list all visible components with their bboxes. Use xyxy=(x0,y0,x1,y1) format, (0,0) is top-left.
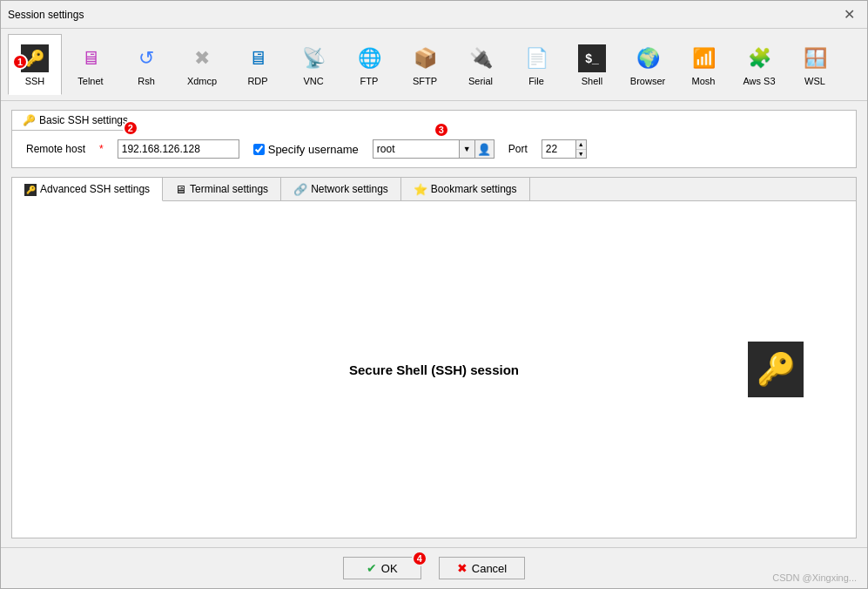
ssh-session-label: Secure Shell (SSH) session xyxy=(349,362,519,377)
user-icon-btn[interactable]: 👤 xyxy=(475,139,495,159)
protocol-btn-sftp[interactable]: 📦SFTP xyxy=(398,34,452,95)
watermark: CSDN @Xingxing... xyxy=(772,572,857,583)
port-spinner: ▲ ▼ xyxy=(576,139,587,159)
port-spin-up[interactable]: ▲ xyxy=(576,140,586,150)
step4-badge: 4 xyxy=(412,551,427,566)
sftp-label: SFTP xyxy=(413,76,437,86)
session-settings-window: Session settings ✕ 🔑SSH1🖥Telnet↺Rsh✖Xdmc… xyxy=(0,0,868,589)
ftp-label: FTP xyxy=(360,76,379,86)
vnc-label: VNC xyxy=(303,76,323,86)
protocol-btn-browser[interactable]: 🌍Browser xyxy=(621,34,675,95)
tab-advanced-ssh[interactable]: 🔑Advanced SSH settings xyxy=(12,178,163,201)
step1-badge: 1 xyxy=(12,54,28,70)
remote-host-input[interactable] xyxy=(118,139,239,159)
terminal-tab-icon: 🖥 xyxy=(175,183,186,196)
protocol-btn-vnc[interactable]: 📡VNC xyxy=(286,34,340,95)
username-combo-wrapper: ▼ 👤 3 xyxy=(373,139,495,159)
telnet-label: Telnet xyxy=(77,76,103,86)
protocol-btn-shell[interactable]: $_Shell xyxy=(565,34,619,95)
specify-username-checkbox[interactable] xyxy=(253,144,265,155)
tab-terminal[interactable]: 🖥Terminal settings xyxy=(163,178,281,200)
protocol-btn-serial[interactable]: 🔌Serial xyxy=(454,34,508,95)
close-button[interactable]: ✕ xyxy=(838,4,860,24)
protocol-btn-ssh[interactable]: 🔑SSH1 xyxy=(8,34,62,95)
protocol-btn-xdmcp[interactable]: ✖Xdmcp xyxy=(175,34,229,95)
bottom-bar: ✔ OK 4 ✖ Cancel xyxy=(1,547,867,588)
vnc-icon: 📡 xyxy=(298,43,329,74)
awss3-label: Aws S3 xyxy=(743,76,775,86)
basic-ssh-tab-label: Basic SSH settings xyxy=(39,114,128,126)
mosh-icon: 📶 xyxy=(688,43,719,74)
ftp-icon: 🌐 xyxy=(353,43,385,74)
basic-panel-body: Remote host * 2 Specify username ▼ 👤 3 xyxy=(12,131,856,167)
rsh-label: Rsh xyxy=(138,76,155,86)
username-dropdown-btn[interactable]: ▼ xyxy=(460,139,475,159)
network-tab-label: Network settings xyxy=(311,183,388,195)
rdp-icon: 🖥 xyxy=(242,43,273,74)
tab-network[interactable]: 🔗Network settings xyxy=(281,178,401,200)
ok-icon: ✔ xyxy=(367,561,377,575)
mosh-label: Mosh xyxy=(692,76,716,86)
serial-icon: 🔌 xyxy=(465,43,496,74)
ssh-tab-icon: 🔑 xyxy=(23,114,36,126)
cancel-button[interactable]: ✖ Cancel xyxy=(439,557,525,579)
remote-host-label: Remote host xyxy=(26,143,85,155)
port-wrapper: ▲ ▼ xyxy=(542,139,587,159)
main-content: 🔑 Basic SSH settings Remote host * 2 Spe… xyxy=(1,101,867,547)
protocol-btn-awss3[interactable]: 🧩Aws S3 xyxy=(732,34,786,95)
port-input[interactable] xyxy=(542,139,576,159)
terminal-tab-label: Terminal settings xyxy=(190,183,268,195)
file-label: File xyxy=(528,76,544,86)
wsl-label: WSL xyxy=(804,76,825,86)
network-tab-icon: 🔗 xyxy=(293,183,307,196)
cancel-label: Cancel xyxy=(472,562,507,575)
basic-ssh-tab: 🔑 Basic SSH settings xyxy=(12,111,138,131)
tab-bookmark[interactable]: ⭐Bookmark settings xyxy=(401,178,530,200)
protocol-btn-rdp[interactable]: 🖥RDP xyxy=(231,34,285,95)
port-label: Port xyxy=(508,143,528,155)
sftp-icon: 📦 xyxy=(409,43,441,74)
protocol-btn-wsl[interactable]: 🪟WSL xyxy=(788,34,842,95)
remote-host-required: * xyxy=(99,143,104,155)
specify-username-label: Specify username xyxy=(268,143,359,156)
protocol-btn-mosh[interactable]: 📶Mosh xyxy=(676,34,730,95)
shell-icon: $_ xyxy=(576,43,608,74)
remote-host-wrapper: 2 xyxy=(118,139,239,159)
protocol-btn-ftp[interactable]: 🌐FTP xyxy=(342,34,396,95)
tab-content: Secure Shell (SSH) session 🔑 xyxy=(12,201,856,538)
basic-ssh-panel: 🔑 Basic SSH settings Remote host * 2 Spe… xyxy=(11,110,857,168)
step3-badge: 3 xyxy=(434,122,449,138)
protocol-btn-rsh[interactable]: ↺Rsh xyxy=(119,34,173,95)
title-bar: Session settings ✕ xyxy=(1,1,867,29)
shell-label: Shell xyxy=(582,76,602,86)
file-icon: 📄 xyxy=(521,43,552,74)
cancel-icon: ✖ xyxy=(457,561,468,575)
key-icon-box: 🔑 xyxy=(748,342,804,397)
tab-bar: 🔑Advanced SSH settings🖥Terminal settings… xyxy=(12,178,856,201)
username-input[interactable] xyxy=(373,139,460,159)
rdp-label: RDP xyxy=(247,76,267,86)
xdmcp-label: Xdmcp xyxy=(187,76,217,86)
window-title: Session settings xyxy=(8,9,84,21)
ok-button[interactable]: ✔ OK 4 xyxy=(343,557,421,579)
browser-label: Browser xyxy=(630,76,665,86)
bookmark-tab-icon: ⭐ xyxy=(414,183,427,196)
ok-label: OK xyxy=(381,562,398,575)
bookmark-tab-label: Bookmark settings xyxy=(431,183,517,195)
ssh-label: SSH xyxy=(25,76,45,86)
wsl-icon: 🪟 xyxy=(799,43,831,74)
protocol-btn-telnet[interactable]: 🖥Telnet xyxy=(64,34,118,95)
protocol-btn-file[interactable]: 📄File xyxy=(509,34,563,95)
telnet-icon: 🖥 xyxy=(75,43,106,74)
advanced-ssh-tab-label: Advanced SSH settings xyxy=(40,183,150,195)
specify-username-row: Specify username xyxy=(253,143,359,156)
awss3-icon: 🧩 xyxy=(744,43,775,74)
lower-tabs-container: 🔑Advanced SSH settings🖥Terminal settings… xyxy=(11,177,857,538)
key-icon: 🔑 xyxy=(757,351,796,388)
rsh-icon: ↺ xyxy=(131,43,162,74)
serial-label: Serial xyxy=(468,76,493,86)
xdmcp-icon: ✖ xyxy=(186,43,218,74)
step2-badge: 2 xyxy=(123,120,138,136)
port-spin-down[interactable]: ▼ xyxy=(576,150,586,159)
advanced-ssh-tab-icon: 🔑 xyxy=(24,182,37,196)
